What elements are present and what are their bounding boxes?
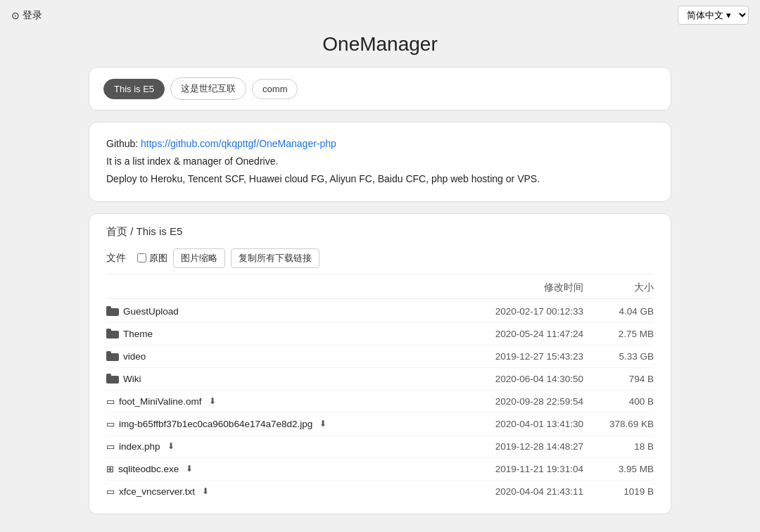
download-icon[interactable]: ⬇ [209, 396, 216, 406]
svg-rect-1 [106, 306, 111, 310]
header-size: 大小 [583, 281, 654, 294]
file-name-cell: ⊞ sqliteodbc.exe ⬇ [106, 464, 457, 474]
file-size-cell: 4.04 GB [583, 306, 654, 317]
file-list-header: 修改时间 大小 [106, 277, 654, 299]
file-date-cell: 2020-09-28 22:59:54 [457, 396, 583, 407]
file-date-cell: 2020-04-01 13:41:30 [457, 419, 583, 429]
download-icon[interactable]: ⬇ [167, 441, 175, 451]
github-prefix: Github: [106, 138, 141, 149]
file-size-cell: 794 B [583, 374, 654, 384]
original-checkbox-label[interactable]: 原图 [137, 252, 167, 265]
download-icon[interactable]: ⬇ [186, 464, 193, 474]
original-checkbox[interactable] [137, 253, 146, 262]
file-link[interactable]: index.php [119, 441, 160, 452]
file-size-cell: 18 B [583, 441, 654, 452]
table-row: video 2019-12-27 15:43:23 5.33 GB [106, 346, 654, 368]
login-button[interactable]: ⊙ 登录 [11, 9, 42, 22]
svg-rect-3 [106, 329, 111, 332]
table-row: ▭ xfce_vncserver.txt ⬇ 2020-04-04 21:43:… [106, 481, 654, 502]
file-link[interactable]: Wiki [123, 374, 141, 384]
table-row: ▭ img-b65ffbf37b1ec0ca960b64e174a7e8d2.j… [106, 413, 654, 436]
download-icon[interactable]: ⬇ [319, 419, 327, 429]
image-icon: ▭ [106, 419, 115, 429]
info-card: Github: https://github.com/qkqpttgf/OneM… [89, 122, 671, 202]
copy-links-button[interactable]: 复制所有下载链接 [231, 248, 319, 268]
file-date-cell: 2020-06-04 14:30:50 [457, 374, 583, 384]
file-name-cell: ▭ img-b65ffbf37b1ec0ca960b64e174a7e8d2.j… [106, 419, 457, 429]
file-size-cell: 378.69 KB [583, 419, 654, 429]
page-title: OneManager [0, 33, 760, 56]
folder-icon [106, 329, 119, 338]
file-icon: ▭ [106, 396, 115, 407]
file-toolbar: 文件 原图 图片缩略 复制所有下载链接 [106, 248, 654, 274]
thumbnail-button[interactable]: 图片缩略 [173, 248, 225, 268]
info-line3: Deploy to Heroku, Tencent SCF, Huawei cl… [106, 170, 654, 188]
file-link[interactable]: Theme [123, 329, 153, 339]
file-size-cell: 5.33 GB [583, 351, 654, 362]
github-line: Github: https://github.com/qkqpttgf/OneM… [106, 135, 654, 153]
table-row: ▭ index.php ⬇ 2019-12-28 14:48:27 18 B [106, 436, 654, 458]
file-name-cell: ▭ xfce_vncserver.txt ⬇ [106, 486, 457, 497]
file-date-cell: 2020-05-24 11:47:24 [457, 329, 583, 339]
tab-e5[interactable]: This is E5 [103, 79, 165, 99]
file-icon: ▭ [106, 441, 115, 452]
header-name [106, 281, 457, 294]
person-icon: ⊙ [11, 10, 20, 21]
file-date-cell: 2020-02-17 00:12:33 [457, 306, 583, 317]
github-link[interactable]: https://github.com/qkqpttgf/OneManager-p… [141, 138, 336, 149]
table-row: Wiki 2020-06-04 14:30:50 794 B [106, 368, 654, 391]
main-content: This is E5 这是世纪互联 comm Github: https://g… [77, 67, 683, 514]
file-manager-card: 首页 / This is E5 文件 原图 图片缩略 复制所有下载链接 修改时间… [89, 213, 671, 514]
file-link[interactable]: xfce_vncserver.txt [119, 486, 195, 497]
download-icon[interactable]: ⬇ [202, 486, 209, 496]
file-link[interactable]: video [123, 351, 146, 362]
exe-icon: ⊞ [106, 464, 114, 474]
breadcrumb: 首页 / This is E5 [106, 225, 654, 239]
file-date-cell: 2019-12-28 14:48:27 [457, 441, 583, 452]
file-name-cell: Wiki [106, 374, 457, 384]
tabs-card: This is E5 这是世纪互联 comm [89, 67, 671, 110]
language-select[interactable]: 简体中文 ▾ English [678, 6, 749, 25]
file-name-cell: GuestUpload [106, 306, 457, 317]
file-link[interactable]: sqliteodbc.exe [118, 464, 179, 474]
file-size-cell: 400 B [583, 396, 654, 407]
folder-icon [106, 306, 119, 316]
file-name-cell: Theme [106, 329, 457, 339]
file-name-cell: ▭ foot_MiniValine.omf ⬇ [106, 396, 457, 407]
table-row: ▭ foot_MiniValine.omf ⬇ 2020-09-28 22:59… [106, 391, 654, 413]
file-date-cell: 2020-04-04 21:43:11 [457, 486, 583, 497]
file-size-cell: 2.75 MB [583, 329, 654, 339]
file-icon: ▭ [106, 486, 115, 497]
svg-rect-7 [106, 374, 111, 377]
original-label: 原图 [149, 252, 167, 265]
info-line2: It is a list index & manager of Onedrive… [106, 153, 654, 170]
file-name-cell: video [106, 351, 457, 362]
tab-comm[interactable]: comm [252, 79, 298, 99]
table-row: ⊞ sqliteodbc.exe ⬇ 2019-11-21 19:31:04 3… [106, 458, 654, 481]
file-link[interactable]: img-b65ffbf37b1ec0ca960b64e174a7e8d2.jpg [119, 419, 312, 429]
top-bar: ⊙ 登录 简体中文 ▾ English [0, 0, 760, 30]
table-row: GuestUpload 2020-02-17 00:12:33 4.04 GB [106, 300, 654, 323]
svg-rect-5 [106, 351, 111, 355]
file-name-cell: ▭ index.php ⬇ [106, 441, 457, 452]
col-name-label: 文件 [106, 252, 132, 265]
tab-century[interactable]: 这是世纪互联 [170, 77, 246, 100]
file-size-cell: 3.95 MB [583, 464, 654, 474]
file-date-cell: 2019-12-27 15:43:23 [457, 351, 583, 362]
file-date-cell: 2019-11-21 19:31:04 [457, 464, 583, 474]
file-link[interactable]: GuestUpload [123, 306, 179, 317]
folder-icon [106, 351, 119, 361]
folder-icon [106, 374, 119, 384]
file-list: GuestUpload 2020-02-17 00:12:33 4.04 GB … [106, 300, 654, 502]
table-row: Theme 2020-05-24 11:47:24 2.75 MB [106, 323, 654, 346]
header-date: 修改时间 [457, 281, 583, 294]
file-size-cell: 1019 B [583, 486, 654, 497]
login-label: 登录 [23, 9, 42, 22]
file-link[interactable]: foot_MiniValine.omf [119, 396, 202, 407]
